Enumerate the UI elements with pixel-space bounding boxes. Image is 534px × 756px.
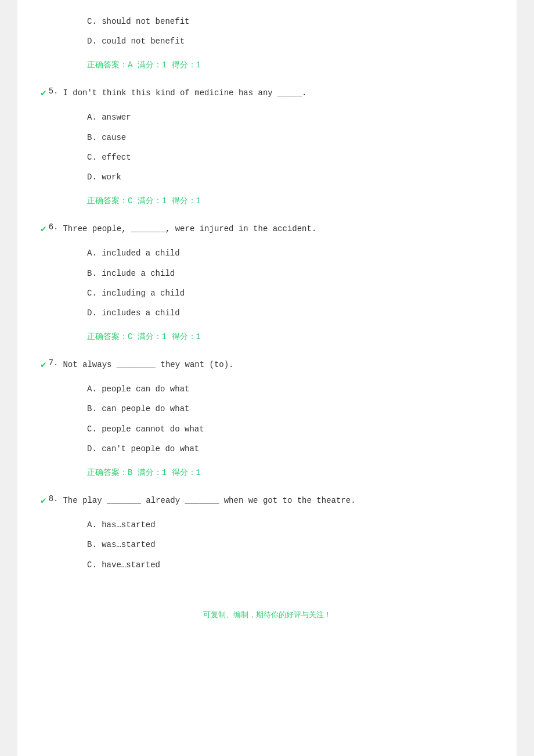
- question-text-5: I don't think this kind of medicine has …: [63, 87, 306, 99]
- question-number-5: 5.: [49, 87, 59, 96]
- options-block-8: A. has…started B. was…started C. have…st…: [87, 515, 493, 575]
- option-5-c: C. effect: [87, 147, 493, 167]
- question-text-8: The play _______ already _______ when we…: [63, 494, 355, 507]
- question-block-7: ✔ 7. Not always ________ they want (to).…: [41, 355, 493, 481]
- check-icon-5: ✔: [41, 87, 46, 99]
- option-7-b: B. can people do what: [87, 399, 493, 419]
- question-number-8: 8.: [49, 494, 59, 503]
- answer-7: 正确答案：B 满分：1 得分：1: [87, 464, 493, 481]
- footer: 可复制、编制，期待你的好评与关注！: [41, 598, 493, 632]
- option-7-a: A. people can do what: [87, 379, 493, 399]
- page: C. should not benefit D. could not benef…: [17, 0, 517, 756]
- options-block-6: A. included a child B. include a child C…: [87, 243, 493, 323]
- check-icon-6: ✔: [41, 223, 46, 235]
- top-option-c: C. should not benefit: [87, 12, 493, 31]
- answer-5: 正确答案：C 满分：1 得分：1: [87, 192, 493, 210]
- question-block-5: ✔ 5. I don't think this kind of medicine…: [41, 83, 493, 210]
- option-6-b: B. include a child: [87, 264, 493, 283]
- top-option-d: D. could not benefit: [87, 31, 493, 51]
- answer-6: 正确答案：C 满分：1 得分：1: [87, 328, 493, 345]
- check-icon-8: ✔: [41, 495, 46, 506]
- option-8-b: B. was…started: [87, 535, 493, 555]
- option-8-c: C. have…started: [87, 555, 493, 575]
- check-icon-7: ✔: [41, 359, 46, 370]
- option-5-d: D. work: [87, 167, 493, 187]
- question-block-8: ✔ 8. The play _______ already _______ wh…: [41, 491, 493, 575]
- question-row-5: ✔ 5. I don't think this kind of medicine…: [41, 83, 493, 103]
- options-block-5: A. answer B. cause C. effect D. work: [87, 107, 493, 188]
- question-row-8: ✔ 8. The play _______ already _______ wh…: [41, 491, 493, 510]
- option-6-d: D. includes a child: [87, 303, 493, 323]
- question-text-6: Three people, _______, were injured in t…: [63, 222, 316, 235]
- option-7-d: D. can't people do what: [87, 439, 493, 459]
- question-number-6: 6.: [49, 222, 59, 232]
- option-6-a: A. included a child: [87, 243, 493, 263]
- option-6-c: C. including a child: [87, 283, 493, 303]
- question-text-7: Not always ________ they want (to).: [63, 358, 233, 371]
- question-block-6: ✔ 6. Three people, _______, were injured…: [41, 219, 493, 345]
- top-answer: 正确答案：A 满分：1 得分：1: [87, 56, 493, 74]
- options-block-7: A. people can do what B. can people do w…: [87, 379, 493, 459]
- option-7-c: C. people cannot do what: [87, 419, 493, 439]
- top-options-block: C. should not benefit D. could not benef…: [87, 12, 493, 52]
- question-row-6: ✔ 6. Three people, _______, were injured…: [41, 219, 493, 239]
- option-8-a: A. has…started: [87, 515, 493, 535]
- question-row-7: ✔ 7. Not always ________ they want (to).: [41, 355, 493, 375]
- option-5-a: A. answer: [87, 107, 493, 127]
- option-5-b: B. cause: [87, 128, 493, 147]
- question-number-7: 7.: [49, 358, 59, 368]
